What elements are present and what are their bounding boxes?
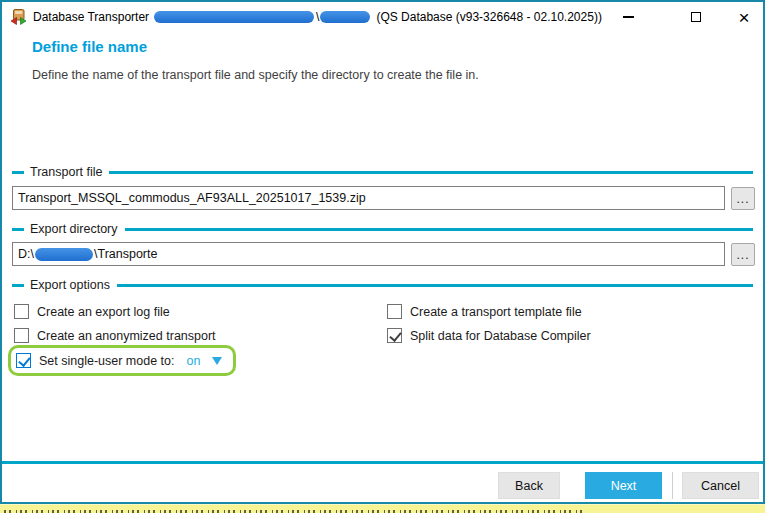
footer-separator xyxy=(2,461,763,464)
group-export-directory: Export directory xyxy=(12,222,753,236)
redaction-blob xyxy=(154,11,314,23)
group-line xyxy=(125,228,753,231)
single-user-mode-dropdown-value[interactable]: on xyxy=(187,354,201,368)
checkbox-row-single-user-mode[interactable]: Set single-user mode to: on xyxy=(16,352,222,369)
group-transport-file: Transport file xyxy=(12,165,753,179)
window-title-prefix: Database Transporter xyxy=(33,10,149,24)
group-label-export-options: Export options xyxy=(24,278,117,292)
app-icon xyxy=(10,9,27,25)
window-title: Database Transporter \ (QS Database (v93… xyxy=(33,2,602,32)
minimize-button[interactable] xyxy=(607,2,649,32)
group-line xyxy=(12,228,24,231)
bottom-annotation-strip xyxy=(0,504,765,513)
export-directory-prefix: D:\ xyxy=(18,247,34,261)
dialog-window: Database Transporter \ (QS Database (v93… xyxy=(0,0,765,504)
checkbox-label: Create a transport template file xyxy=(410,305,582,319)
chevron-down-icon[interactable] xyxy=(212,357,222,365)
redaction-blob xyxy=(35,248,93,261)
window-title-suffix: (QS Database (v93-326648 - 02.10.2025)) xyxy=(376,10,601,24)
checkbox-split-data[interactable] xyxy=(387,328,402,343)
maximize-button[interactable] xyxy=(675,2,717,32)
close-icon: × xyxy=(738,8,749,27)
group-line xyxy=(12,171,24,174)
export-directory-browse-button[interactable]: ... xyxy=(731,243,755,266)
page-subtitle: Define the name of the transport file an… xyxy=(32,68,479,82)
checkbox-label: Set single-user mode to: xyxy=(39,354,175,368)
checkbox-export-log[interactable] xyxy=(14,304,29,319)
maximize-icon xyxy=(691,12,701,22)
group-label-export-directory: Export directory xyxy=(24,222,125,236)
transport-file-input[interactable]: Transport_MSSQL_commodus_AF93ALL_2025101… xyxy=(12,186,725,210)
checkbox-label: Create an anonymized transport xyxy=(37,329,216,343)
checkbox-row-transport-template[interactable]: Create a transport template file xyxy=(387,303,582,320)
next-button[interactable]: Next xyxy=(585,472,662,499)
transport-file-browse-button[interactable]: ... xyxy=(731,187,755,210)
back-button[interactable]: Back xyxy=(498,472,560,499)
titlebar: Database Transporter \ (QS Database (v93… xyxy=(2,2,763,32)
checkbox-row-export-log[interactable]: Create an export log file xyxy=(14,303,170,320)
group-line xyxy=(109,171,753,174)
single-user-highlight-annotation: Set single-user mode to: on xyxy=(8,345,236,376)
group-line xyxy=(12,284,24,287)
checkbox-anonymized-transport[interactable] xyxy=(14,328,29,343)
page-title: Define file name xyxy=(32,38,147,55)
close-button[interactable]: × xyxy=(723,2,765,32)
group-line xyxy=(117,284,753,287)
redaction-blob xyxy=(320,11,370,23)
checkbox-single-user-mode[interactable] xyxy=(16,353,31,368)
checkbox-transport-template[interactable] xyxy=(387,304,402,319)
export-directory-suffix: \Transporte xyxy=(94,247,157,261)
export-directory-input[interactable]: D:\ \Transporte xyxy=(12,242,725,266)
checkbox-row-anonymized-transport[interactable]: Create an anonymized transport xyxy=(14,327,216,344)
button-divider xyxy=(672,472,673,499)
checkbox-row-split-data[interactable]: Split data for Database Compiler xyxy=(387,327,591,344)
group-export-options: Export options xyxy=(12,278,753,292)
window-title-separator: \ xyxy=(316,10,319,24)
group-label-transport-file: Transport file xyxy=(24,165,109,179)
minimize-icon xyxy=(623,16,634,18)
checkbox-label: Create an export log file xyxy=(37,305,170,319)
transport-file-value: Transport_MSSQL_commodus_AF93ALL_2025101… xyxy=(18,191,366,205)
cancel-button[interactable]: Cancel xyxy=(682,472,759,499)
checkbox-label: Split data for Database Compiler xyxy=(410,329,591,343)
